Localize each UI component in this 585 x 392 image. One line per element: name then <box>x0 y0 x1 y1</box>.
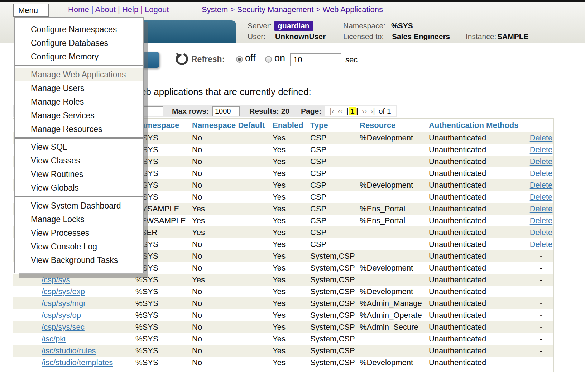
app-name-link: /csp/sys <box>13 274 135 286</box>
nav-link-about[interactable]: About <box>95 5 116 14</box>
resource-cell <box>360 191 429 203</box>
delete-link: Delete <box>529 167 553 179</box>
menu-item-configure-memory[interactable]: Configure Memory <box>15 50 143 63</box>
menu-item-view-console-log[interactable]: View Console Log <box>15 240 143 253</box>
menu-item-view-background-tasks[interactable]: View Background Tasks <box>15 253 143 267</box>
breadcrumb-system[interactable]: System <box>202 5 228 14</box>
app-name-link[interactable]: /isc/studio/rules <box>42 346 96 355</box>
enabled-cell: Yes <box>273 203 310 215</box>
namespace-cell: NEWSAMPLE <box>135 215 192 226</box>
menu-button[interactable]: Menu <box>13 4 49 17</box>
app-name-link[interactable]: /csp/sys/op <box>42 311 81 320</box>
no-action-cell: - <box>529 357 553 368</box>
menu-item-manage-locks[interactable]: Manage Locks <box>15 212 143 226</box>
delete-link[interactable]: Delete <box>530 192 553 201</box>
enabled-cell: Yes <box>273 238 310 250</box>
menu-item-configure-namespaces[interactable]: Configure Namespaces <box>15 23 143 36</box>
delete-link[interactable]: Delete <box>530 133 553 142</box>
refresh-off-radio[interactable] <box>236 56 243 63</box>
namespace-default-cell: No <box>192 321 273 333</box>
menu-item-view-classes[interactable]: View Classes <box>15 154 143 167</box>
pager-current-page: |1| <box>346 107 358 115</box>
type-cell: System,CSP <box>310 274 360 286</box>
refresh-on-label[interactable]: on <box>274 53 285 64</box>
auth-methods-cell: Unauthenticated <box>429 286 529 297</box>
namespace-cell: %SYS <box>135 262 192 274</box>
enabled-cell: Yes <box>273 191 310 203</box>
app-name-link[interactable]: /isc/pki <box>42 334 66 343</box>
delete-link[interactable]: Delete <box>530 145 553 154</box>
breadcrumb-web-applications[interactable]: Web Applications <box>323 5 383 14</box>
user-value: UnknownUser <box>275 32 326 41</box>
delete-link[interactable]: Delete <box>530 181 553 190</box>
pager-prev-button[interactable]: ‹‹ <box>338 107 343 115</box>
nav-link-help[interactable]: Help <box>122 5 138 14</box>
menu-item-view-system-dashboard[interactable]: View System Dashboard <box>15 199 143 212</box>
delete-link[interactable]: Delete <box>530 169 553 178</box>
breadcrumb-security-management[interactable]: Security Management <box>237 5 313 14</box>
app-name-link[interactable]: /csp/sys <box>42 275 70 284</box>
refresh-off-label[interactable]: off <box>245 53 256 64</box>
delete-link: Delete <box>529 132 553 144</box>
column-header-type: Type <box>310 119 360 132</box>
menu-item-manage-resources[interactable]: Manage Resources <box>15 122 143 136</box>
menu-item-view-processes[interactable]: View Processes <box>15 226 143 240</box>
refresh-on-radio[interactable] <box>265 56 272 63</box>
delete-link[interactable]: Delete <box>530 240 553 249</box>
menu-separator <box>15 65 143 66</box>
enabled-cell: Yes <box>273 144 310 156</box>
app-name-link: /csp/sys/exp <box>13 286 135 297</box>
app-name-link[interactable]: /csp/sys/exp <box>42 287 85 296</box>
delete-link[interactable]: Delete <box>530 157 553 166</box>
namespace-default-cell: No <box>192 167 273 179</box>
pager-next-button[interactable]: ›› <box>362 107 367 115</box>
no-action-cell: - <box>529 309 553 321</box>
auth-methods-cell: Unauthenticated <box>429 179 529 191</box>
nav-link-home[interactable]: Home <box>68 5 89 14</box>
table-row: /isc/pki%SYSNoYesSystem,CSPUnauthenticat… <box>13 333 553 345</box>
table-row: /isc/studio/templates%SYSNoYesSystem,CSP… <box>13 357 553 368</box>
menu-item-view-globals[interactable]: View Globals <box>15 181 143 195</box>
enabled-cell: Yes <box>273 357 310 368</box>
type-cell: CSP <box>310 156 360 167</box>
menu-item-manage-web-applications[interactable]: Manage Web Applications <box>15 68 143 81</box>
column-header-resource: Resource <box>360 119 429 132</box>
table-row: /isc/studio/rules%SYSNoYesSystem,CSPUnau… <box>13 345 553 357</box>
app-name-link[interactable]: /csp/sys/sec <box>42 322 85 331</box>
app-name-link: /csp/sys/sec <box>13 321 135 333</box>
menu-item-view-routines[interactable]: View Routines <box>15 167 143 181</box>
namespace-default-cell: Yes <box>192 274 273 286</box>
namespace-cell: %SYS <box>135 357 192 368</box>
type-cell: CSP <box>310 167 360 179</box>
auth-methods-cell: Unauthenticated <box>429 297 529 309</box>
refresh-interval-input[interactable] <box>290 53 341 66</box>
resource-cell: %Development <box>360 286 429 297</box>
menu-item-manage-roles[interactable]: Manage Roles <box>15 95 143 109</box>
no-action-cell: - <box>529 286 553 297</box>
namespace-label: Namespace: <box>343 21 385 30</box>
enabled-cell: Yes <box>273 226 310 238</box>
namespace-cell: USER <box>135 226 192 238</box>
table-row: /csp/sys%SYSYesYesSystem,CSPUnauthentica… <box>13 274 553 286</box>
app-name-link[interactable]: /csp/sys/mgr <box>42 299 86 308</box>
type-cell: System,CSP <box>310 333 360 345</box>
auth-methods-cell: Unauthenticated <box>429 321 529 333</box>
delete-link[interactable]: Delete <box>530 216 553 225</box>
enabled-cell: Yes <box>273 286 310 297</box>
nav-link-logout[interactable]: Logout <box>145 5 169 14</box>
menu-item-configure-databases[interactable]: Configure Databases <box>15 36 143 50</box>
max-rows-input[interactable] <box>212 106 240 116</box>
type-cell: System,CSP <box>310 286 360 297</box>
menu-item-view-sql[interactable]: View SQL <box>15 140 143 154</box>
app-name-link[interactable]: /isc/studio/templates <box>42 358 113 367</box>
type-cell: CSP <box>310 226 360 238</box>
pager-first-button[interactable]: |‹ <box>330 107 334 115</box>
delete-link[interactable]: Delete <box>530 228 553 237</box>
pager-last-button[interactable]: ›| <box>370 107 375 115</box>
column-header-enabled: Enabled <box>273 119 310 132</box>
namespace-cell: %SYS <box>135 167 192 179</box>
menu-item-manage-services[interactable]: Manage Services <box>15 109 143 122</box>
menu-item-manage-users[interactable]: Manage Users <box>15 81 143 95</box>
delete-link[interactable]: Delete <box>530 204 553 213</box>
table-row: /csp/sys/exp%SYSNoYesSystem,CSP%Developm… <box>13 286 553 297</box>
